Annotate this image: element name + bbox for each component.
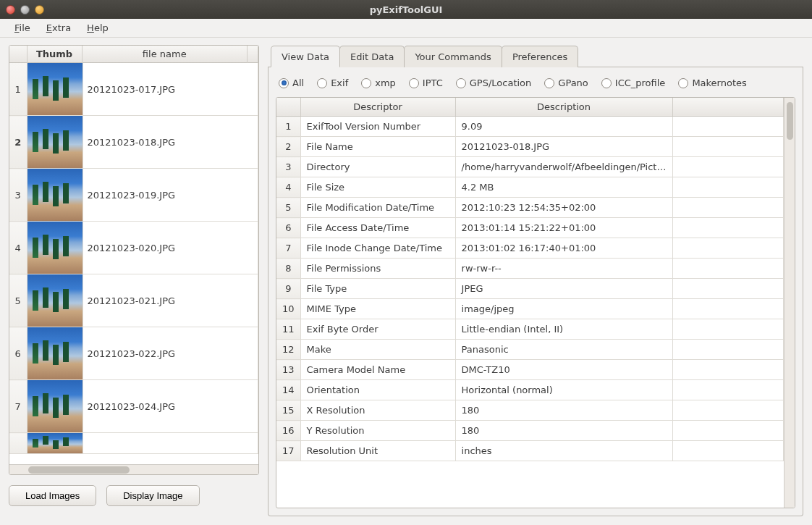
- descriptor-cell[interactable]: ExifTool Version Number: [300, 117, 455, 137]
- load-images-button[interactable]: Load Images: [9, 485, 96, 506]
- col-header-thumb[interactable]: Thumb: [27, 46, 82, 63]
- tab-edit-data[interactable]: Edit Data: [339, 46, 405, 67]
- filter-radio-all[interactable]: All: [279, 77, 304, 88]
- descriptor-cell[interactable]: MIME Type: [300, 299, 455, 319]
- window-close-button[interactable]: [6, 5, 15, 14]
- col-header-trailing[interactable]: [672, 98, 783, 117]
- filter-radio-icc-profile[interactable]: ICC_profile: [601, 77, 666, 88]
- file-row[interactable]: 320121023-019.JPG: [9, 169, 258, 222]
- descriptor-cell[interactable]: Y Resolution: [300, 421, 455, 441]
- col-header-blank[interactable]: [9, 46, 27, 63]
- metadata-row[interactable]: 4File Size4.2 MB: [276, 177, 784, 198]
- metadata-row[interactable]: 15X Resolution180: [276, 400, 784, 421]
- file-row[interactable]: [9, 433, 258, 454]
- file-thumbnail[interactable]: [27, 380, 83, 433]
- descriptor-cell[interactable]: File Modification Date/Time: [300, 198, 455, 218]
- file-thumbnail[interactable]: [27, 222, 83, 274]
- tab-view-data[interactable]: View Data: [271, 46, 340, 67]
- file-name-cell[interactable]: 20121023-019.JPG: [83, 169, 258, 222]
- file-thumbnail[interactable]: [27, 169, 83, 222]
- tab-your-commands[interactable]: Your Commands: [404, 46, 502, 67]
- metadata-row[interactable]: 11Exif Byte OrderLittle-endian (Intel, I…: [276, 319, 784, 340]
- description-cell[interactable]: 2012:10:23 12:54:35+02:00: [455, 198, 672, 218]
- metadata-row[interactable]: 7File Inode Change Date/Time2013:01:02 1…: [276, 238, 784, 259]
- metadata-row[interactable]: 12MakePanasonic: [276, 340, 784, 360]
- metadata-row[interactable]: 8File Permissionsrw-rw-r--: [276, 259, 784, 279]
- col-header-descriptor[interactable]: Descriptor: [300, 98, 455, 117]
- file-name-cell[interactable]: 20121023-018.JPG: [83, 116, 258, 169]
- file-row[interactable]: 220121023-018.JPG: [9, 116, 258, 169]
- file-row[interactable]: 420121023-020.JPG: [9, 222, 258, 274]
- description-cell[interactable]: 2013:01:14 15:21:22+01:00: [455, 218, 672, 238]
- file-row[interactable]: 520121023-021.JPG: [9, 274, 258, 327]
- descriptor-cell[interactable]: File Type: [300, 279, 455, 299]
- descriptor-cell[interactable]: File Name: [300, 137, 455, 157]
- menu-help[interactable]: Help: [80, 20, 116, 35]
- col-header-resizer[interactable]: [248, 46, 258, 63]
- descriptor-cell[interactable]: Camera Model Name: [300, 360, 455, 380]
- metadata-row[interactable]: 5File Modification Date/Time2012:10:23 1…: [276, 198, 784, 218]
- descriptor-cell[interactable]: File Inode Change Date/Time: [300, 238, 455, 259]
- filter-radio-gpano[interactable]: GPano: [544, 77, 588, 88]
- menu-extra[interactable]: Extra: [39, 20, 78, 35]
- descriptor-cell[interactable]: Make: [300, 340, 455, 360]
- file-name-cell[interactable]: 20121023-021.JPG: [83, 274, 258, 327]
- metadata-row[interactable]: 10MIME Typeimage/jpeg: [276, 299, 784, 319]
- descriptor-cell[interactable]: Resolution Unit: [300, 441, 455, 461]
- metadata-row[interactable]: 14OrientationHorizontal (normal): [276, 380, 784, 400]
- description-cell[interactable]: 20121023-018.JPG: [455, 137, 672, 157]
- file-row[interactable]: 720121023-024.JPG: [9, 380, 258, 433]
- descriptor-cell[interactable]: File Access Date/Time: [300, 218, 455, 238]
- description-cell[interactable]: /home/harryvanderwolf/Afbeeldingen/Pictu…: [455, 157, 672, 177]
- display-image-button[interactable]: Display Image: [106, 485, 199, 506]
- descriptor-cell[interactable]: Directory: [300, 157, 455, 177]
- file-name-cell[interactable]: 20121023-017.JPG: [83, 63, 258, 116]
- filter-radio-gps-location[interactable]: GPS/Location: [456, 77, 532, 88]
- description-cell[interactable]: Horizontal (normal): [455, 380, 672, 400]
- descriptor-cell[interactable]: File Size: [300, 177, 455, 198]
- filter-radio-iptc[interactable]: IPTC: [409, 77, 443, 88]
- descriptor-cell[interactable]: File Permissions: [300, 259, 455, 279]
- window-minimize-button[interactable]: [20, 5, 30, 14]
- file-name-cell[interactable]: 20121023-024.JPG: [83, 380, 258, 433]
- filter-radio-xmp[interactable]: xmp: [361, 77, 396, 88]
- description-cell[interactable]: image/jpeg: [455, 299, 672, 319]
- metadata-row[interactable]: 3Directory/home/harryvanderwolf/Afbeeldi…: [276, 157, 784, 177]
- description-cell[interactable]: 2013:01:02 16:17:40+01:00: [455, 238, 672, 259]
- metadata-row[interactable]: 17Resolution Unitinches: [276, 441, 784, 461]
- descriptor-cell[interactable]: X Resolution: [300, 400, 455, 421]
- description-cell[interactable]: 9.09: [455, 117, 672, 137]
- description-cell[interactable]: JPEG: [455, 279, 672, 299]
- file-name-cell[interactable]: 20121023-022.JPG: [83, 327, 258, 380]
- tab-preferences[interactable]: Preferences: [502, 46, 578, 67]
- description-cell[interactable]: 180: [455, 400, 672, 421]
- vertical-scrollbar[interactable]: [784, 98, 795, 508]
- description-cell[interactable]: DMC-TZ10: [455, 360, 672, 380]
- descriptor-cell[interactable]: Exif Byte Order: [300, 319, 455, 340]
- metadata-row[interactable]: 2File Name20121023-018.JPG: [276, 137, 784, 157]
- description-cell[interactable]: Panasonic: [455, 340, 672, 360]
- file-thumbnail[interactable]: [27, 63, 83, 116]
- file-thumbnail[interactable]: [27, 327, 83, 380]
- description-cell[interactable]: 180: [455, 421, 672, 441]
- metadata-row[interactable]: 16Y Resolution180: [276, 421, 784, 441]
- file-thumbnail[interactable]: [27, 116, 83, 169]
- metadata-row[interactable]: 13Camera Model NameDMC-TZ10: [276, 360, 784, 380]
- descriptor-cell[interactable]: Orientation: [300, 380, 455, 400]
- metadata-row[interactable]: 9File TypeJPEG: [276, 279, 784, 299]
- description-cell[interactable]: 4.2 MB: [455, 177, 672, 198]
- file-row[interactable]: 120121023-017.JPG: [9, 63, 258, 116]
- file-thumbnail[interactable]: [27, 274, 83, 327]
- horizontal-scrollbar[interactable]: [9, 464, 258, 474]
- metadata-row[interactable]: 1ExifTool Version Number9.09: [276, 117, 784, 137]
- file-row[interactable]: 620121023-022.JPG: [9, 327, 258, 380]
- description-cell[interactable]: Little-endian (Intel, II): [455, 319, 672, 340]
- col-header-rownum[interactable]: [276, 98, 300, 117]
- col-header-description[interactable]: Description: [455, 98, 672, 117]
- file-name-cell[interactable]: 20121023-020.JPG: [83, 222, 258, 274]
- description-cell[interactable]: inches: [455, 441, 672, 461]
- filter-radio-makernotes[interactable]: Makernotes: [678, 77, 746, 88]
- filter-radio-exif[interactable]: Exif: [317, 77, 348, 88]
- window-maximize-button[interactable]: [35, 5, 44, 14]
- col-header-filename[interactable]: file name: [82, 46, 248, 63]
